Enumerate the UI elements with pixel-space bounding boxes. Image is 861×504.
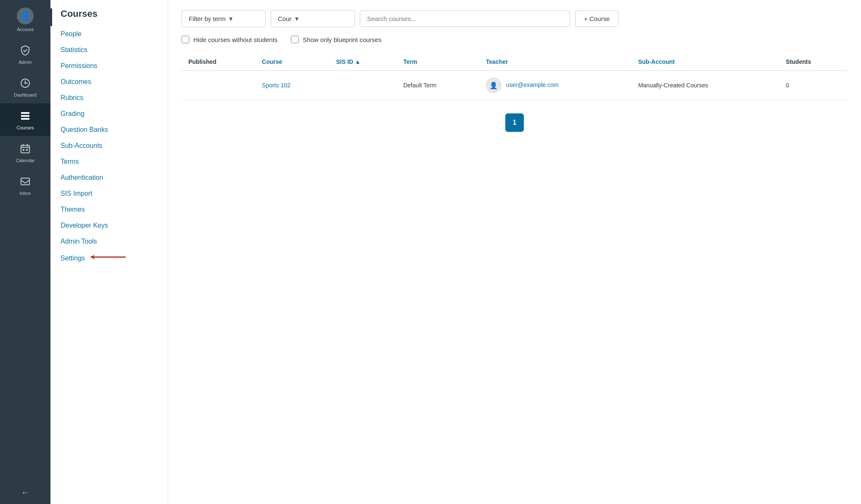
col-published: Published [182,53,255,71]
dashboard-icon [18,76,32,90]
courses-label: Courses [17,125,34,130]
sidebar-item-themes[interactable]: Themes [50,202,168,218]
table-body: Sports 102 Default Term 👤 user@example.c… [182,71,848,100]
sidebar-item-rubrics[interactable]: Rubrics [50,90,168,106]
dashboard-label: Dashboard [14,92,37,97]
teacher-avatar: 👤 [486,78,501,93]
sidebar-item-terms[interactable]: Terms [50,154,168,170]
account-avatar: 👤 [17,8,34,24]
svg-rect-2 [21,112,29,114]
cell-course: Sports 102 [255,71,329,100]
cell-teacher: 👤 user@example.com [479,71,631,100]
filter-by-cour-label: Cour [278,15,292,22]
col-sub-account[interactable]: Sub-Account [631,53,779,71]
add-course-button[interactable]: + Course [575,10,618,27]
cell-sub-account: Manually-Created Courses [631,71,779,100]
col-sis-id[interactable]: SIS ID ▲ [330,53,397,71]
hide-without-students-checkbox[interactable] [182,36,189,43]
col-term[interactable]: Term [396,53,479,71]
svg-rect-3 [21,115,29,117]
pagination: 1 [182,113,848,132]
collapse-nav-button[interactable]: ← [0,481,50,504]
hide-without-students-label: Hide courses without students [193,36,277,43]
courses-table: Published Course SIS ID ▲ Term Teacher S… [182,53,848,100]
svg-rect-4 [21,118,29,120]
sidebar-item-inbox[interactable]: Inbox [0,169,50,202]
sidebar-item-dashboard[interactable]: Dashboard [0,71,50,103]
filter-options: Hide courses without students Show only … [182,36,848,43]
main-content: Filter by term ▾ Cour ▾ + Course Hide co… [168,0,861,504]
sidebar-item-statistics[interactable]: Statistics [50,42,168,58]
sidebar-item-developer-keys[interactable]: Developer Keys [50,218,168,234]
secondary-nav: Courses People Statistics Permissions Ou… [50,0,168,504]
sidebar-item-grading[interactable]: Grading [50,106,168,122]
sidebar-item-people[interactable]: People [50,26,168,42]
show-blueprint-checkbox[interactable] [291,36,298,43]
page-1-button[interactable]: 1 [505,113,524,132]
sidebar-item-question-banks[interactable]: Question Banks [50,122,168,138]
sidebar-item-admin-tools[interactable]: Admin Tools [50,234,168,249]
sidebar-item-authentication[interactable]: Authentication [50,170,168,186]
svg-marker-10 [90,255,94,259]
chevron-down-icon: ▾ [229,15,232,23]
section-title: Courses [50,8,168,26]
search-input[interactable] [360,10,570,27]
settings-arrow-annotation [90,254,128,260]
calendar-icon [18,142,32,155]
hide-without-students-option[interactable]: Hide courses without students [182,36,277,43]
col-students: Students [779,53,848,71]
sidebar-item-outcomes[interactable]: Outcomes [50,74,168,90]
global-nav: 👤 Account Admin Dashboard [0,0,50,504]
inbox-label: Inbox [20,191,31,196]
filter-by-cour-dropdown[interactable]: Cour ▾ [271,10,355,27]
sidebar-item-admin[interactable]: Admin [0,38,50,71]
svg-rect-6 [23,149,24,151]
svg-rect-5 [21,145,29,153]
sidebar-item-sis-import[interactable]: SIS Import [50,186,168,202]
cell-sis-id [330,71,397,100]
sidebar-item-sub-accounts[interactable]: Sub-Accounts [50,138,168,154]
cell-students: 0 [779,71,848,100]
sidebar-item-courses[interactable]: Courses [0,103,50,136]
show-blueprint-label: Show only blueprint courses [303,36,382,43]
toolbar: Filter by term ▾ Cour ▾ + Course [182,10,848,27]
account-label: Account [17,27,34,32]
filter-by-term-dropdown[interactable]: Filter by term ▾ [182,10,266,27]
svg-rect-7 [26,149,28,151]
inbox-icon [18,175,32,188]
table-header: Published Course SIS ID ▲ Term Teacher S… [182,53,848,71]
filter-by-term-label: Filter by term [189,15,226,22]
sidebar-item-calendar[interactable]: Calendar [0,136,50,169]
chevron-down-icon-2: ▾ [295,15,298,23]
sidebar-item-settings[interactable]: Settings [50,249,168,266]
show-blueprint-only-option[interactable]: Show only blueprint courses [291,36,382,43]
cell-term: Default Term [396,71,479,100]
course-link[interactable]: Sports 102 [262,82,291,89]
shield-icon [18,44,32,57]
admin-label: Admin [18,60,32,65]
nav-bottom: ← [0,481,50,504]
table-row: Sports 102 Default Term 👤 user@example.c… [182,71,848,100]
col-teacher[interactable]: Teacher [479,53,631,71]
teacher-email-link[interactable]: user@example.com [506,81,559,88]
cell-published [182,71,255,100]
calendar-label: Calendar [16,158,35,163]
svg-point-1 [24,82,26,84]
account-nav-item[interactable]: 👤 Account [0,0,50,38]
courses-icon [18,109,32,123]
col-course[interactable]: Course [255,53,329,71]
sidebar-item-permissions[interactable]: Permissions [50,58,168,74]
